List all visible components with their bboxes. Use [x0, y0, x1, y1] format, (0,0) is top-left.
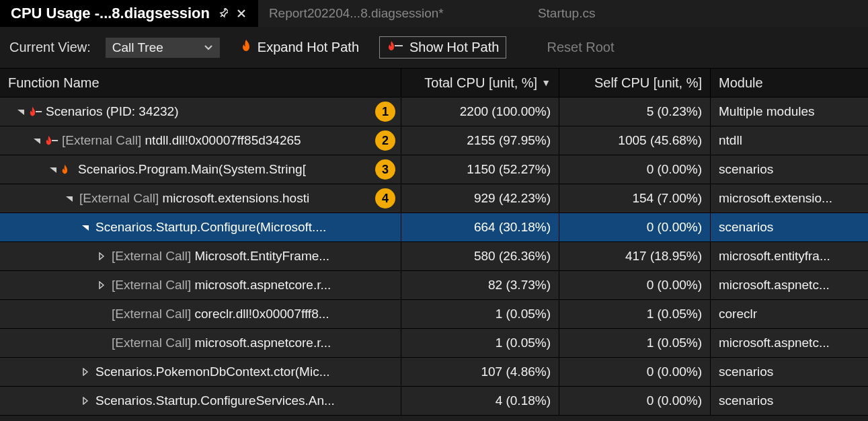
external-call-prefix: [External Call] [62, 133, 145, 147]
total-cpu-cell: 929 (42.23%) [401, 184, 559, 213]
step-badge: 1 [375, 102, 395, 122]
self-cpu-cell: 0 (0.00%) [559, 358, 711, 386]
reset-root-button: Reset Root [541, 37, 619, 58]
function-name: [External Call] microsoft.aspnetcore.r..… [112, 336, 331, 350]
expander-closed-icon[interactable] [94, 252, 109, 260]
self-cpu-cell: 0 (0.00%) [559, 271, 711, 299]
chevron-down-icon [204, 40, 213, 55]
function-cell: [External Call] microsoft.aspnetcore.r..… [0, 329, 401, 357]
self-cpu-cell: 1005 (45.68%) [559, 126, 711, 155]
self-cpu-cell: 417 (18.95%) [559, 242, 711, 270]
flame-icon [240, 39, 252, 56]
function-cell: Scenarios.Startup.ConfigureServices.An..… [0, 387, 401, 415]
table-row[interactable]: Scenarios.Startup.ConfigureServices.An..… [0, 387, 868, 416]
sort-desc-icon: ▼ [541, 77, 551, 88]
pin-icon[interactable] [216, 7, 229, 20]
expand-hot-path-button[interactable]: Expand Hot Path [235, 36, 364, 59]
table-row[interactable]: [External Call] Microsoft.EntityFrame...… [0, 242, 868, 271]
external-call-prefix: [External Call] [79, 191, 163, 205]
total-cpu-cell: 107 (4.86%) [401, 358, 559, 386]
module-cell: microsoft.aspnetc... [711, 329, 868, 357]
module-cell: microsoft.aspnetc... [711, 271, 868, 299]
function-name: Scenarios.Startup.ConfigureServices.An..… [95, 393, 335, 408]
function-name: Scenarios.Startup.Configure(Microsoft...… [95, 220, 326, 235]
table-row[interactable]: Scenarios.PokemonDbContext.ctor(Mic...10… [0, 358, 868, 387]
close-icon[interactable] [235, 7, 247, 20]
table-row[interactable]: [External Call] microsoft.aspnetcore.r..… [0, 329, 868, 358]
dropdown-value: Call Tree [112, 40, 163, 55]
self-cpu-cell: 0 (0.00%) [559, 387, 711, 415]
total-cpu-cell: 580 (26.36%) [401, 242, 559, 270]
self-cpu-cell: 0 (0.00%) [559, 155, 711, 184]
function-name: [External Call] Microsoft.EntityFrame... [112, 249, 329, 264]
tab-report[interactable]: Report202204...8.diagsession* [258, 0, 527, 27]
self-cpu-cell: 154 (7.00%) [559, 184, 711, 213]
module-cell: scenarios [711, 358, 868, 386]
function-name: Scenarios.PokemonDbContext.ctor(Mic... [95, 365, 329, 379]
module-cell: coreclr [711, 300, 868, 328]
tab-label: Startup.cs [538, 6, 596, 21]
external-call-prefix: [External Call] [112, 278, 195, 292]
expander-open-icon[interactable] [46, 165, 61, 174]
module-cell: microsoft.entityfra... [711, 242, 868, 270]
self-cpu-cell: 1 (0.05%) [559, 329, 711, 357]
table-header: Function Name Total CPU [unit, %] ▼ Self… [0, 68, 868, 98]
expander-closed-icon[interactable] [78, 397, 93, 405]
flame-trail-icon [387, 40, 404, 55]
function-cell: [External Call] coreclr.dll!0x00007fff8.… [0, 300, 401, 328]
function-name: [External Call] ntdll.dll!0x00007ff85d34… [62, 133, 301, 148]
tab-label: CPU Usage -...8.diagsession [11, 5, 210, 22]
step-badge: 4 [375, 188, 395, 208]
table-row[interactable]: [External Call] microsoft.aspnetcore.r..… [0, 271, 868, 300]
view-dropdown[interactable]: Call Tree [106, 38, 220, 58]
expander-open-icon[interactable] [78, 223, 93, 231]
column-header-module[interactable]: Module [711, 69, 868, 97]
expander-closed-icon[interactable] [94, 281, 109, 289]
module-cell: scenarios [711, 387, 868, 415]
total-cpu-cell: 2155 (97.95%) [401, 126, 559, 155]
call-tree-table: Function Name Total CPU [unit, %] ▼ Self… [0, 68, 868, 416]
table-row[interactable]: [External Call] ntdll.dll!0x00007ff85d34… [0, 126, 868, 155]
expander-open-icon[interactable] [13, 108, 28, 116]
expander-open-icon[interactable] [30, 137, 44, 145]
self-cpu-cell: 5 (0.23%) [559, 98, 711, 126]
function-cell: [External Call] ntdll.dll!0x00007ff85d34… [0, 126, 401, 155]
function-cell: Scenarios.PokemonDbContext.ctor(Mic... [0, 358, 401, 386]
function-name: Scenarios (PID: 34232) [46, 104, 179, 119]
flame-icon [61, 163, 75, 176]
document-tabs: CPU Usage -...8.diagsession Report202204… [0, 0, 868, 27]
column-header-self-cpu[interactable]: Self CPU [unit, %] [559, 69, 711, 97]
table-row[interactable]: Scenarios.Startup.Configure(Microsoft...… [0, 213, 868, 242]
show-hot-path-button[interactable]: Show Hot Path [379, 36, 506, 59]
button-label: Reset Root [547, 40, 614, 55]
function-name: [External Call] microsoft.extensions.hos… [79, 191, 309, 206]
column-header-total-cpu[interactable]: Total CPU [unit, %] ▼ [401, 69, 559, 97]
tab-cpu-usage[interactable]: CPU Usage -...8.diagsession [0, 0, 258, 27]
external-call-prefix: [External Call] [112, 307, 195, 321]
table-row[interactable]: [External Call] coreclr.dll!0x00007fff8.… [0, 300, 868, 329]
flame-trail-icon [44, 135, 59, 147]
function-cell: Scenarios.Program.Main(System.String[3 [0, 155, 401, 184]
table-body: Scenarios (PID: 34232)12200 (100.00%)5 (… [0, 98, 868, 416]
table-row[interactable]: Scenarios.Program.Main(System.String[311… [0, 155, 868, 184]
button-label: Expand Hot Path [258, 40, 359, 55]
expander-closed-icon[interactable] [78, 368, 93, 376]
table-row[interactable]: Scenarios (PID: 34232)12200 (100.00%)5 (… [0, 98, 868, 126]
function-cell: [External Call] microsoft.aspnetcore.r..… [0, 271, 401, 299]
external-call-prefix: [External Call] [112, 336, 195, 350]
module-cell: ntdll [711, 126, 868, 155]
total-cpu-cell: 2200 (100.00%) [401, 98, 559, 126]
self-cpu-cell: 1 (0.05%) [559, 300, 711, 328]
column-header-function[interactable]: Function Name [0, 69, 401, 97]
button-label: Show Hot Path [409, 40, 499, 55]
expander-open-icon[interactable] [62, 194, 77, 202]
flame-trail-icon [28, 106, 43, 118]
function-name: Scenarios.Program.Main(System.String[ [78, 162, 306, 177]
tab-startup-cs[interactable]: Startup.cs [527, 0, 662, 27]
step-badge: 2 [375, 130, 395, 151]
self-cpu-cell: 0 (0.00%) [559, 213, 711, 241]
function-cell: [External Call] Microsoft.EntityFrame... [0, 242, 401, 270]
total-cpu-cell: 4 (0.18%) [401, 387, 559, 415]
table-row[interactable]: [External Call] microsoft.extensions.hos… [0, 184, 868, 213]
step-badge: 3 [375, 159, 395, 180]
